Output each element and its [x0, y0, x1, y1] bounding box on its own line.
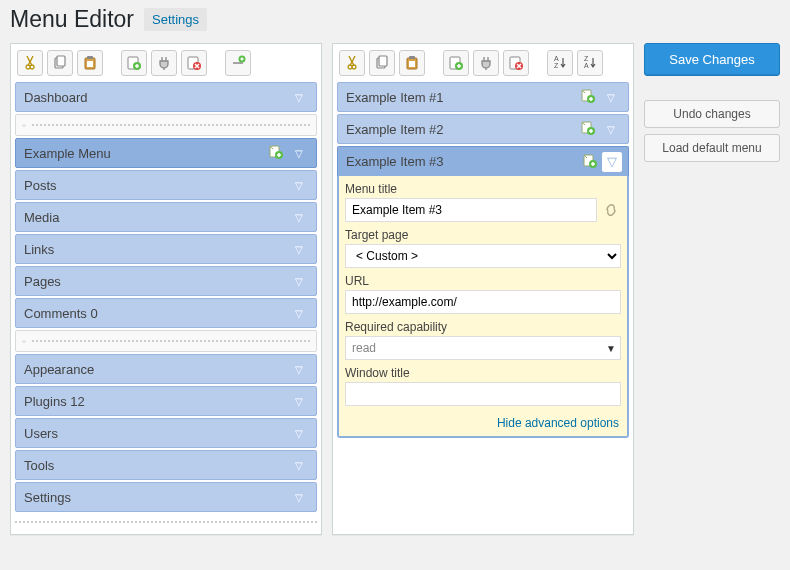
- new-menu-button[interactable]: [121, 50, 147, 76]
- submenu-item[interactable]: Example Item #2▽: [337, 114, 629, 144]
- hide-advanced-link[interactable]: Hide advanced options: [345, 412, 621, 432]
- menu-item-label: Media: [24, 210, 288, 225]
- paste-button[interactable]: [399, 50, 425, 76]
- actions-column: Save Changes Undo changes Load default m…: [644, 43, 780, 535]
- menu-item[interactable]: Posts▽: [15, 170, 317, 200]
- submenu-item-label: Example Item #1: [346, 90, 580, 105]
- menu-item-label: Posts: [24, 178, 288, 193]
- menu-item[interactable]: Links▽: [15, 234, 317, 264]
- expand-icon[interactable]: ▽: [288, 148, 310, 159]
- undo-button[interactable]: Undo changes: [644, 100, 780, 128]
- url-label: URL: [345, 274, 621, 288]
- required-capability-input[interactable]: read▼: [345, 336, 621, 360]
- submenu-item-label: Example Item #3: [346, 154, 582, 169]
- expand-icon[interactable]: ▽: [288, 244, 310, 255]
- plugin-item-button[interactable]: [473, 50, 499, 76]
- separator-icon: ◦: [22, 335, 26, 347]
- expand-icon[interactable]: ▽: [288, 212, 310, 223]
- cut-button[interactable]: [339, 50, 365, 76]
- sort-asc-button[interactable]: [547, 50, 573, 76]
- target-page-select[interactable]: < Custom >: [345, 244, 621, 268]
- menu-item[interactable]: Appearance▽: [15, 354, 317, 384]
- window-title-input[interactable]: [345, 382, 621, 406]
- expand-icon[interactable]: ▽: [288, 180, 310, 191]
- menu-item-label: Users: [24, 426, 288, 441]
- plugin-menu-button[interactable]: [151, 50, 177, 76]
- expand-icon[interactable]: ▽: [288, 492, 310, 503]
- delete-menu-button[interactable]: [181, 50, 207, 76]
- paste-button[interactable]: [77, 50, 103, 76]
- menu-item[interactable]: Pages▽: [15, 266, 317, 296]
- new-flag-icon: [268, 144, 286, 162]
- menu-item[interactable]: Users▽: [15, 418, 317, 448]
- expand-icon[interactable]: ▽: [288, 428, 310, 439]
- menu-item[interactable]: Dashboard▽: [15, 82, 317, 112]
- expand-icon[interactable]: ▽: [600, 124, 622, 135]
- expand-icon[interactable]: ▽: [288, 308, 310, 319]
- target-page-label: Target page: [345, 228, 621, 242]
- submenu-item-label: Example Item #2: [346, 122, 580, 137]
- tab-settings[interactable]: Settings: [144, 8, 207, 31]
- menu-item[interactable]: Media▽: [15, 202, 317, 232]
- right-toolbar: [337, 48, 629, 78]
- menu-separator[interactable]: ◦: [15, 330, 317, 352]
- copy-button[interactable]: [369, 50, 395, 76]
- expand-icon[interactable]: ▽: [288, 460, 310, 471]
- required-capability-label: Required capability: [345, 320, 621, 334]
- page-header: Menu Editor Settings: [0, 0, 790, 43]
- copy-button[interactable]: [47, 50, 73, 76]
- menu-item-label: Tools: [24, 458, 288, 473]
- menu-item-label: Links: [24, 242, 288, 257]
- expand-icon[interactable]: ▽: [288, 276, 310, 287]
- left-toolbar: [15, 48, 317, 78]
- new-item-button[interactable]: [443, 50, 469, 76]
- menu-item-label: Appearance: [24, 362, 288, 377]
- link-icon[interactable]: [601, 199, 621, 221]
- new-flag-icon: [580, 120, 598, 138]
- menu-item-label: Example Menu: [24, 146, 268, 161]
- delete-item-button[interactable]: [503, 50, 529, 76]
- expand-icon[interactable]: ▽: [600, 92, 622, 103]
- menu-item[interactable]: Comments 0▽: [15, 298, 317, 328]
- collapse-icon[interactable]: ▽: [602, 152, 622, 172]
- top-level-menu-panel: Dashboard▽◦Example Menu▽Posts▽Media▽Link…: [10, 43, 322, 535]
- page-title: Menu Editor: [10, 6, 134, 33]
- expand-icon[interactable]: ▽: [288, 396, 310, 407]
- menu-title-label: Menu title: [345, 182, 621, 196]
- menu-separator[interactable]: ◦: [15, 114, 317, 136]
- expand-icon[interactable]: ▽: [288, 92, 310, 103]
- new-flag-icon: [580, 88, 598, 106]
- bottom-separator: [15, 514, 317, 530]
- menu-item-label: Pages: [24, 274, 288, 289]
- expand-icon[interactable]: ▽: [288, 364, 310, 375]
- menu-item[interactable]: Settings▽: [15, 482, 317, 512]
- cut-button[interactable]: [17, 50, 43, 76]
- submenu-item[interactable]: Example Item #1▽: [337, 82, 629, 112]
- window-title-label: Window title: [345, 366, 621, 380]
- menu-item-label: Settings: [24, 490, 288, 505]
- separator-icon: ◦: [22, 119, 26, 131]
- menu-item[interactable]: Example Menu▽: [15, 138, 317, 168]
- menu-item-label: Comments 0: [24, 306, 288, 321]
- load-default-button[interactable]: Load default menu: [644, 134, 780, 162]
- new-flag-icon: [582, 153, 600, 171]
- menu-item[interactable]: Tools▽: [15, 450, 317, 480]
- submenu-panel: Example Item #1▽Example Item #2▽Example …: [332, 43, 634, 535]
- save-button[interactable]: Save Changes: [644, 43, 780, 76]
- menu-item-label: Plugins 12: [24, 394, 288, 409]
- menu-item-label: Dashboard: [24, 90, 288, 105]
- menu-item[interactable]: Plugins 12▽: [15, 386, 317, 416]
- menu-title-input[interactable]: [345, 198, 597, 222]
- sort-desc-button[interactable]: [577, 50, 603, 76]
- item-editor: Menu title Target page < Custom > URL Re…: [337, 176, 629, 438]
- new-separator-button[interactable]: [225, 50, 251, 76]
- url-input[interactable]: [345, 290, 621, 314]
- submenu-item[interactable]: Example Item #3▽: [337, 146, 629, 176]
